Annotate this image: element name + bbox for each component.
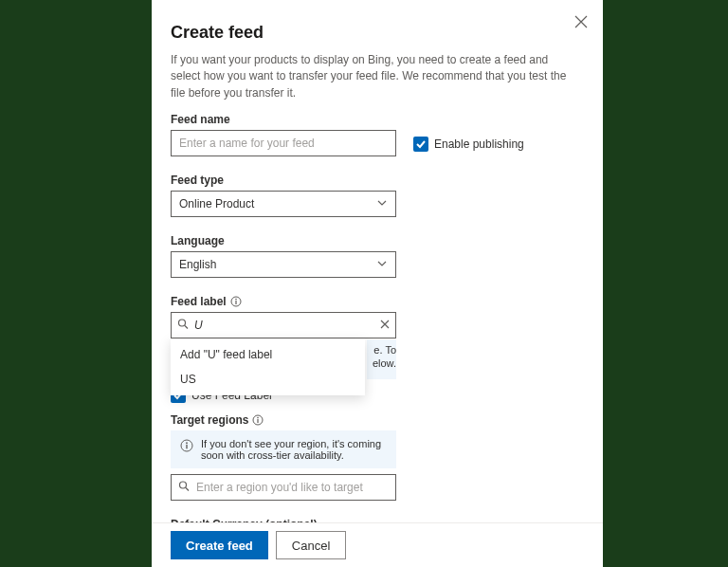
dialog-footer: Create feed Cancel: [152, 522, 603, 567]
svg-line-12: [186, 488, 189, 491]
create-feed-button[interactable]: Create feed: [171, 531, 268, 559]
info-icon[interactable]: [252, 414, 264, 426]
language-select[interactable]: English: [171, 251, 396, 278]
close-icon[interactable]: [574, 15, 588, 28]
info-icon[interactable]: [230, 296, 242, 307]
create-feed-dialog: Create feed If you want your products to…: [152, 0, 603, 567]
chevron-down-icon: [376, 197, 388, 211]
search-icon: [178, 481, 190, 495]
info-icon: [180, 439, 193, 452]
feed-name-input[interactable]: [171, 130, 396, 156]
cancel-button[interactable]: Cancel: [276, 531, 346, 559]
dropdown-add-option[interactable]: Add "U" feed label: [171, 342, 365, 367]
svg-point-11: [180, 482, 187, 488]
feed-name-label: Feed name: [171, 113, 396, 126]
dialog-intro: If you want your products to display on …: [171, 52, 569, 101]
svg-line-4: [185, 326, 188, 329]
svg-point-9: [186, 442, 188, 444]
target-regions-placeholder: Enter a region you'd like to target: [196, 481, 363, 494]
feed-label-label: Feed label: [171, 295, 584, 308]
feed-label-search-value: U: [194, 319, 203, 332]
target-regions-label: Target regions: [171, 413, 584, 427]
svg-point-3: [179, 320, 186, 326]
chevron-down-icon: [376, 258, 388, 272]
dropdown-option-us[interactable]: US: [171, 367, 365, 392]
language-label: Language: [171, 234, 584, 247]
feed-label-dropdown: Add "U" feed label US: [171, 338, 365, 395]
svg-rect-2: [235, 301, 236, 304]
svg-point-1: [235, 299, 237, 301]
svg-point-6: [258, 417, 260, 419]
target-regions-hint: If you don't see your region, it's comin…: [171, 430, 396, 468]
search-icon: [177, 319, 189, 333]
feed-type-value: Online Product: [179, 197, 254, 210]
feed-type-label: Feed type: [171, 174, 584, 187]
feed-label-search-input[interactable]: U: [171, 312, 396, 338]
svg-rect-10: [186, 445, 187, 449]
dialog-title: Create feed: [171, 23, 584, 43]
feed-type-select[interactable]: Online Product: [171, 191, 396, 217]
checkmark-icon: [413, 137, 428, 152]
hint-peek: e. To elow.: [367, 339, 396, 379]
svg-rect-7: [258, 419, 259, 423]
enable-publishing-checkbox[interactable]: Enable publishing: [413, 137, 524, 152]
language-value: English: [179, 258, 216, 271]
target-regions-input[interactable]: Enter a region you'd like to target: [171, 474, 396, 501]
enable-publishing-label: Enable publishing: [434, 137, 524, 151]
clear-icon[interactable]: [380, 319, 390, 332]
